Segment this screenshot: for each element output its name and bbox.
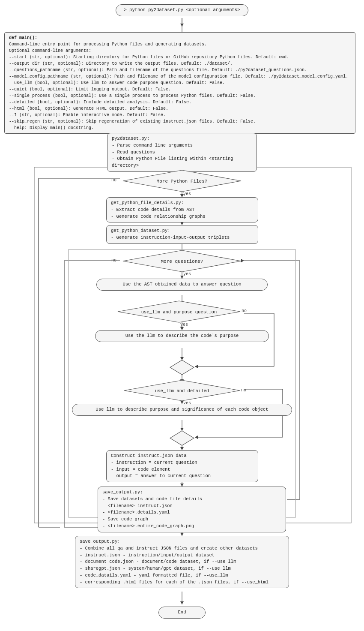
- get-file-details-node: get_python_file_details.py: - Extract co…: [106, 197, 258, 222]
- svg-text:use_llm and purpose question: use_llm and purpose question: [141, 309, 217, 315]
- svg-text:More questions?: More questions?: [161, 259, 203, 264]
- py2dataset-node: py2dataset.py: - Parse command line argu…: [107, 133, 257, 172]
- svg-marker-66: [170, 431, 194, 445]
- more-questions-no-label: no: [111, 258, 116, 263]
- main-function-box: def main(): Command-line entry point for…: [4, 32, 355, 134]
- svg-marker-52: [180, 533, 184, 536]
- svg-marker-25: [195, 365, 198, 368]
- use-llm-detailed-diamond: use_llm and detailed yes no: [122, 379, 242, 402]
- construct-node: Construct instruct.json data - instructi…: [106, 450, 258, 482]
- svg-marker-35: [195, 436, 198, 439]
- end-node: End: [158, 607, 206, 619]
- more-python-no-label: no: [111, 178, 116, 183]
- svg-text:use_llm and detailed: use_llm and detailed: [155, 388, 209, 394]
- main-func-body: Command-line entry point for processing …: [9, 42, 348, 130]
- svg-marker-37: [180, 447, 184, 450]
- svg-marker-19: [180, 327, 184, 330]
- svg-marker-39: [180, 484, 184, 487]
- use-llm-purpose-no-label: no: [242, 309, 247, 313]
- get-dataset-node: get_python_dataset.py: - Generate instru…: [106, 225, 258, 244]
- start-command-node: > python py2dataset.py <optional argumen…: [116, 4, 248, 16]
- flowchart-diagram: > python py2dataset.py <optional argumen…: [0, 0, 364, 631]
- svg-marker-54: [180, 601, 184, 604]
- use-llm-describe-node: Use the llm to describe the code's purpo…: [95, 330, 269, 342]
- main-func-title: def main():: [9, 36, 37, 40]
- use-llm-describe2-node: Use llm to describe purpose and signific…: [72, 404, 292, 416]
- use-llm-detailed-no-label: no: [241, 388, 246, 393]
- use-llm-purpose-yes-label: yes: [180, 322, 188, 327]
- use-ast-node: Use the AST obtained data to answer ques…: [96, 279, 268, 291]
- svg-marker-1: [180, 24, 184, 27]
- more-python-yes-label: yes: [183, 192, 191, 196]
- svg-text:More Python Files?: More Python Files?: [157, 179, 208, 184]
- more-questions-yes-label: yes: [183, 272, 191, 276]
- save-output-outer-node: save_output.py: - Combine all qa and ins…: [75, 536, 289, 588]
- svg-marker-63: [170, 360, 194, 375]
- use-llm-purpose-diamond: use_llm and purpose question yes no: [115, 300, 243, 324]
- merge-diamond-2: [169, 430, 195, 446]
- save-output-inner-node: save_output.py: - Save datasets and code…: [98, 487, 286, 532]
- more-python-diamond: More Python Files? yes no: [120, 169, 244, 193]
- svg-marker-11: [180, 222, 184, 225]
- more-questions-diamond: More questions? yes no: [120, 249, 244, 273]
- merge-diamond-1: [169, 359, 195, 376]
